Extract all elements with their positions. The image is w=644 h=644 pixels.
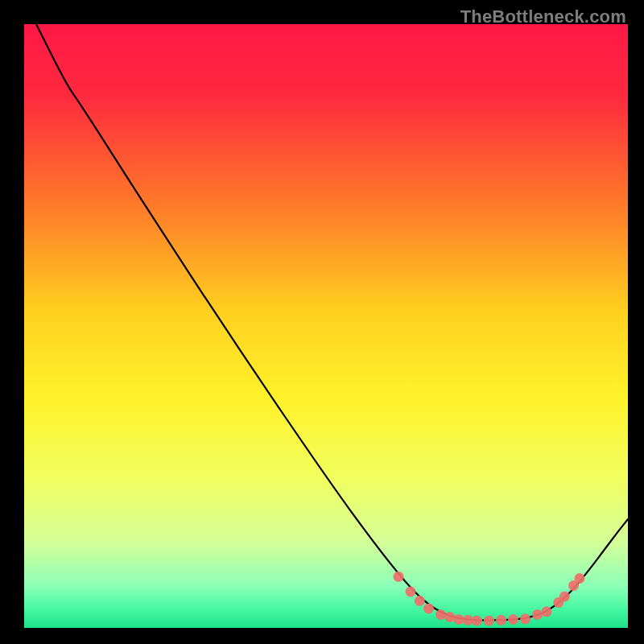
sample-marker xyxy=(532,609,543,620)
sample-marker xyxy=(423,604,434,614)
sample-marker xyxy=(496,615,506,625)
sample-marker xyxy=(463,615,473,625)
sample-marker xyxy=(472,616,482,626)
sample-marker xyxy=(541,606,551,617)
sample-marker xyxy=(559,592,570,602)
sample-marker xyxy=(508,614,518,625)
sample-marker xyxy=(444,612,455,622)
sample-marker xyxy=(406,587,416,597)
sample-marker xyxy=(394,572,404,582)
chart-frame xyxy=(24,24,628,628)
sample-marker xyxy=(575,573,585,584)
sample-marker xyxy=(454,614,464,625)
gradient-background xyxy=(24,24,628,628)
sample-marker xyxy=(436,609,446,620)
sample-marker xyxy=(520,613,530,624)
bottleneck-chart xyxy=(24,24,628,628)
watermark-label: TheBottleneck.com xyxy=(460,6,626,27)
sample-marker xyxy=(415,596,425,606)
sample-marker xyxy=(484,616,494,626)
